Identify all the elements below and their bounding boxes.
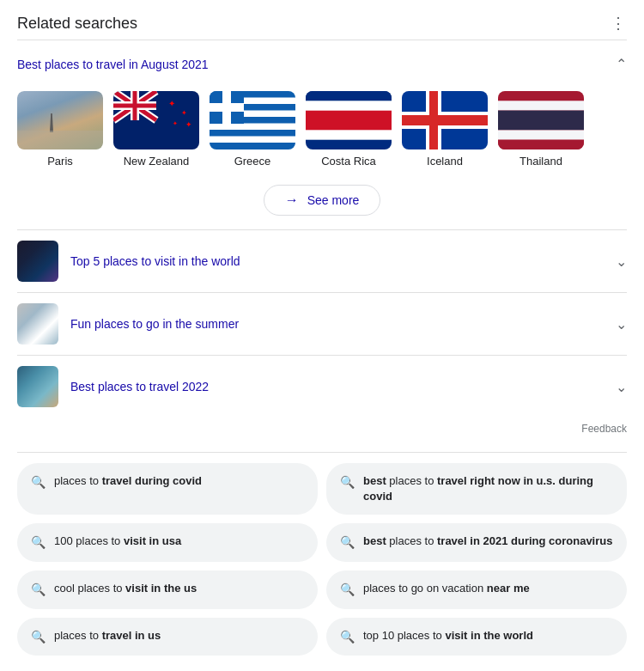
svg-rect-41 (498, 140, 584, 149)
costa-rica-flag (306, 91, 392, 149)
flag-card-iceland[interactable]: Iceland (402, 91, 488, 168)
search-pill-6[interactable]: 🔍 places to go on vacation near me (326, 570, 627, 609)
main-collapsible-title: Best places to travel in August 2021 (17, 58, 209, 71)
main-collapsible-header[interactable]: Best places to travel in August 2021 ⌃ (17, 47, 627, 81)
iceland-label: Iceland (427, 155, 463, 168)
pill-text-6: places to go on vacation near me (363, 581, 530, 596)
fun-thumbnail (17, 303, 58, 345)
fun-label: Fun places to go in the summer (70, 317, 604, 331)
pill-text-1: places to travel during covid (54, 473, 202, 489)
top5-label: Top 5 places to visit in the world (70, 254, 604, 268)
menu-icon[interactable]: ⋮ (611, 14, 627, 33)
svg-rect-27 (306, 91, 392, 101)
svg-rect-39 (498, 111, 584, 131)
thailand-flag (498, 91, 584, 149)
2022-thumbnail (17, 366, 58, 407)
flag-card-costa-rica[interactable]: Costa Rica (306, 91, 392, 168)
see-more-label: See more (307, 193, 360, 207)
svg-text:✦: ✦ (181, 109, 187, 117)
flag-cards-row: Paris (17, 81, 627, 174)
search-icon-2: 🔍 (340, 474, 355, 491)
svg-rect-8 (113, 104, 156, 108)
svg-rect-16 (210, 124, 295, 131)
feedback-link[interactable]: Feedback (581, 423, 627, 435)
svg-rect-20 (210, 103, 244, 112)
svg-rect-36 (429, 91, 438, 149)
feedback-divider (17, 452, 627, 453)
section-title: Related searches (17, 15, 137, 33)
greece-label: Greece (234, 155, 271, 168)
flag-card-paris[interactable]: Paris (17, 91, 103, 168)
2022-label: Best places to travel 2022 (70, 380, 604, 393)
new-zealand-label: New Zealand (124, 155, 190, 168)
search-icon-5: 🔍 (31, 582, 46, 599)
pill-text-3: 100 places to visit in usa (54, 534, 181, 549)
top5-chevron-icon: ⌄ (616, 253, 627, 270)
svg-rect-29 (306, 111, 392, 131)
costa-rica-label: Costa Rica (321, 155, 376, 168)
pill-text-2: best places to travel right now in u.s. … (363, 473, 613, 504)
flag-card-thailand[interactable]: Thailand (498, 91, 584, 168)
thailand-label: Thailand (519, 155, 562, 168)
see-more-button[interactable]: → See more (264, 185, 381, 216)
search-pill-1[interactable]: 🔍 places to travel during covid (17, 463, 318, 515)
pill-text-7: places to travel in us (54, 628, 161, 644)
pill-text-8: top 10 places to visit in the world (363, 628, 533, 644)
paris-image (17, 91, 103, 149)
search-icon-3: 🔍 (31, 534, 46, 552)
svg-text:✦: ✦ (173, 120, 178, 126)
search-pill-7[interactable]: 🔍 places to travel in us (17, 618, 318, 656)
search-pill-5[interactable]: 🔍 cool places to visit in the us (17, 570, 318, 609)
svg-rect-30 (306, 130, 392, 139)
search-pill-2[interactable]: 🔍 best places to travel right now in u.s… (326, 463, 627, 515)
search-pill-8[interactable]: 🔍 top 10 places to visit in the world (326, 618, 627, 656)
sub-item-2022[interactable]: Best places to travel 2022 ⌄ (17, 355, 627, 418)
sub-items-list: Top 5 places to visit in the world ⌄ Fun… (17, 229, 627, 418)
section-header: Related searches ⋮ (17, 14, 627, 33)
svg-text:✦: ✦ (185, 120, 192, 129)
svg-rect-38 (498, 101, 584, 110)
pill-text-4: best places to travel in 2021 during cor… (363, 534, 612, 549)
svg-rect-28 (306, 101, 392, 110)
top-divider (17, 40, 627, 40)
related-searches-grid: 🔍 places to travel during covid 🔍 best p… (17, 460, 627, 659)
search-pill-3[interactable]: 🔍 100 places to visit in usa (17, 523, 318, 562)
arrow-right-icon: → (285, 192, 299, 208)
search-icon-7: 🔍 (31, 629, 46, 646)
fun-chevron-icon: ⌄ (616, 316, 627, 332)
search-icon-4: 🔍 (340, 534, 355, 552)
search-icon-1: 🔍 (31, 474, 46, 491)
svg-rect-40 (498, 130, 584, 139)
main-chevron-icon: ⌃ (616, 56, 627, 72)
sub-item-fun[interactable]: Fun places to go in the summer ⌄ (17, 292, 627, 355)
feedback-row: Feedback (17, 418, 627, 445)
svg-rect-31 (306, 140, 392, 149)
see-more-container: → See more (17, 185, 627, 216)
greece-flag (210, 91, 295, 149)
paris-label: Paris (47, 155, 73, 168)
top5-thumbnail (17, 241, 58, 282)
search-pill-4[interactable]: 🔍 best places to travel in 2021 during c… (326, 523, 627, 562)
flag-card-new-zealand[interactable]: ✦ ✦ ✦ ✦ New Zealand (113, 91, 199, 168)
flag-card-greece[interactable]: Greece (210, 91, 295, 168)
iceland-flag (402, 91, 488, 149)
sub-item-top5[interactable]: Top 5 places to visit in the world ⌄ (17, 229, 627, 292)
search-icon-6: 🔍 (340, 582, 355, 599)
svg-text:✦: ✦ (168, 99, 175, 108)
2022-chevron-icon: ⌄ (616, 379, 627, 395)
search-icon-8: 🔍 (340, 629, 355, 646)
svg-rect-17 (210, 137, 295, 143)
new-zealand-flag: ✦ ✦ ✦ ✦ (113, 91, 199, 149)
svg-rect-35 (402, 115, 488, 125)
pill-text-5: cool places to visit in the us (54, 581, 197, 596)
